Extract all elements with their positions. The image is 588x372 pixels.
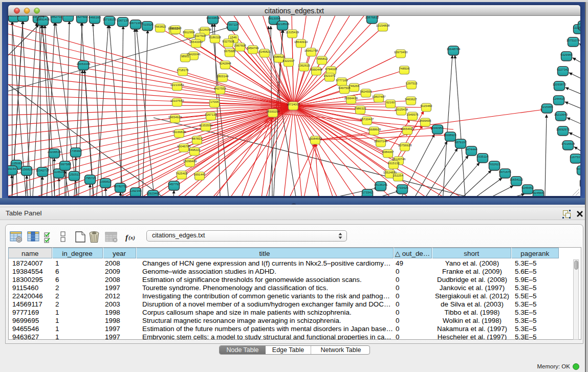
svg-text:6794028: 6794028	[325, 68, 337, 71]
svg-text:1135061: 1135061	[11, 162, 23, 165]
svg-text:6879197: 6879197	[454, 141, 467, 144]
svg-text:9115460: 9115460	[421, 104, 433, 107]
svg-text:7625402: 7625402	[176, 172, 188, 175]
svg-text:12213383: 12213383	[170, 83, 184, 86]
svg-text:17016504: 17016504	[561, 142, 575, 145]
svg-text:9327508: 9327508	[222, 40, 234, 43]
svg-text:7663822: 7663822	[154, 25, 166, 28]
svg-text:7955812: 7955812	[316, 57, 328, 60]
svg-text:7632621: 7632621	[488, 163, 500, 166]
svg-text:2803144: 2803144	[216, 75, 229, 78]
svg-text:20891406: 20891406	[36, 18, 50, 21]
svg-text:1250513: 1250513	[68, 173, 80, 176]
svg-text:10756928: 10756928	[398, 144, 412, 147]
svg-text:15720407: 15720407	[360, 118, 374, 121]
svg-text:14136141: 14136141	[374, 183, 388, 186]
svg-text:16648784: 16648784	[447, 48, 461, 51]
svg-text:19218506: 19218506	[276, 23, 290, 26]
svg-text:16543362: 16543362	[189, 40, 203, 43]
svg-text:19654923: 19654923	[168, 116, 182, 119]
svg-text:9329966: 9329966	[560, 53, 573, 56]
svg-text:8427552: 8427552	[214, 87, 226, 90]
svg-text:2005572: 2005572	[17, 16, 29, 17]
svg-text:252254: 252254	[393, 174, 404, 177]
svg-text:9084067: 9084067	[382, 150, 394, 154]
svg-text:1362615: 1362615	[298, 64, 310, 67]
svg-text:1640954: 1640954	[431, 126, 444, 129]
svg-text:2967608: 2967608	[234, 44, 246, 47]
svg-text:8813054: 8813054	[268, 17, 280, 20]
svg-text:20364436: 20364436	[344, 97, 358, 100]
svg-text:19654923: 19654923	[401, 127, 415, 130]
svg-text:1065528: 1065528	[62, 16, 74, 17]
svg-text:16033809: 16033809	[206, 16, 220, 19]
svg-text:17006: 17006	[210, 100, 219, 103]
svg-text:8215955: 8215955	[541, 105, 553, 108]
svg-text:10107553: 10107553	[170, 99, 184, 102]
svg-text:1067136: 1067136	[117, 19, 129, 22]
svg-text:18640910: 18640910	[294, 40, 308, 43]
svg-text:746266: 746266	[349, 84, 360, 87]
svg-text:20053346: 20053346	[77, 62, 91, 65]
svg-text:8938923: 8938923	[444, 134, 456, 137]
svg-text:1735993: 1735993	[70, 149, 82, 152]
svg-text:10154808: 10154808	[376, 24, 390, 27]
svg-text:8186328: 8186328	[209, 36, 221, 39]
svg-text:9777169: 9777169	[336, 79, 348, 82]
svg-text:8990448: 8990448	[310, 68, 322, 71]
svg-text:20876812: 20876812	[365, 16, 379, 19]
svg-text:16120746: 16120746	[392, 158, 406, 161]
svg-text:1691447: 1691447	[193, 173, 206, 176]
svg-text:1733426: 1733426	[396, 186, 408, 189]
svg-text:20206536: 20206536	[48, 150, 61, 154]
svg-text:1156829: 1156829	[21, 168, 33, 171]
svg-text:3267130: 3267130	[205, 113, 217, 116]
svg-text:2935114: 2935114	[477, 155, 489, 158]
svg-text:8471676: 8471676	[499, 170, 511, 173]
svg-text:10688609: 10688609	[367, 128, 381, 131]
svg-text:10654112: 10654112	[510, 178, 524, 181]
svg-text:173342: 173342	[362, 191, 373, 194]
svg-text:11353594: 11353594	[199, 124, 213, 127]
svg-text:15226058: 15226058	[198, 28, 212, 31]
svg-text:16210643: 16210643	[554, 113, 568, 116]
svg-text:10046788: 10046788	[177, 145, 191, 148]
svg-text:18300295: 18300295	[266, 110, 280, 113]
svg-text:15692971: 15692971	[556, 128, 570, 131]
svg-text:18907249: 18907249	[374, 140, 388, 143]
svg-text:748506: 748506	[399, 67, 410, 70]
svg-text:10025438: 10025438	[395, 108, 408, 111]
svg-text:98901: 98901	[181, 55, 190, 58]
svg-text:6466160: 6466160	[89, 16, 101, 19]
svg-text:9699695: 9699695	[419, 119, 431, 122]
svg-text:16782759: 16782759	[114, 185, 127, 188]
svg-text:10807487: 10807487	[372, 95, 386, 98]
svg-text:1292346: 1292346	[129, 189, 142, 192]
svg-text:39154: 39154	[8, 167, 16, 170]
svg-text:16961758: 16961758	[304, 49, 318, 52]
svg-text:9227342: 9227342	[557, 68, 569, 71]
svg-text:19384554: 19384554	[309, 137, 322, 140]
svg-text:1297515: 1297515	[405, 82, 418, 85]
svg-text:7515526: 7515526	[141, 23, 154, 26]
svg-text:62160: 62160	[386, 101, 395, 104]
svg-text:924565: 924565	[533, 191, 544, 194]
svg-text:1095810: 1095810	[99, 180, 112, 183]
svg-text:9474444: 9474444	[465, 148, 477, 151]
svg-text:10719155: 10719155	[103, 18, 117, 21]
svg-text:15099489: 15099489	[183, 160, 197, 163]
svg-text:18724007: 18724007	[287, 103, 300, 106]
svg-text:8454749: 8454749	[247, 47, 259, 50]
svg-text:9457791: 9457791	[168, 183, 180, 186]
svg-text:1527602: 1527602	[76, 16, 88, 18]
svg-text:3824554: 3824554	[360, 90, 372, 93]
svg-text:2718176: 2718176	[177, 69, 189, 72]
svg-text:9031254: 9031254	[576, 167, 580, 170]
svg-text:2997588: 2997588	[59, 163, 71, 166]
svg-text:9327500: 9327500	[194, 34, 206, 37]
svg-text:3675685: 3675685	[224, 50, 236, 53]
svg-text:1546: 1546	[230, 36, 237, 39]
svg-text:7986322: 7986322	[354, 107, 366, 110]
svg-text:887833: 887833	[192, 137, 203, 140]
svg-text:10973493: 10973493	[394, 51, 408, 54]
